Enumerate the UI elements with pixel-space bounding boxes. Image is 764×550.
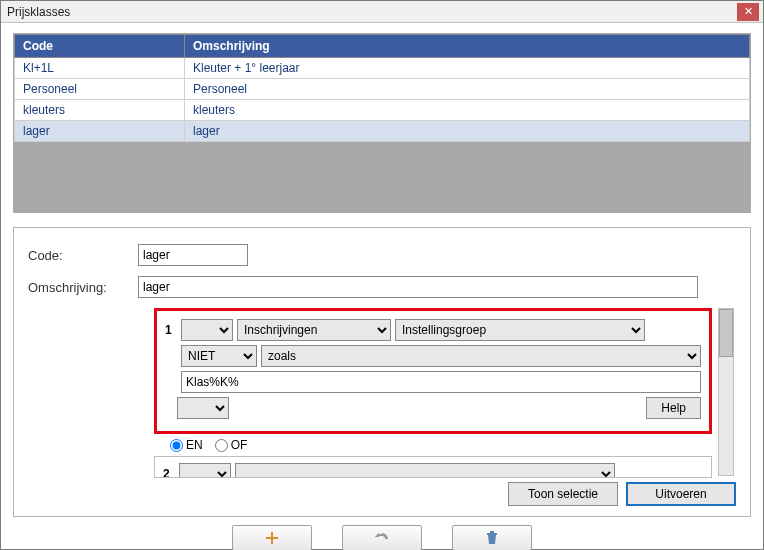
- table-empty-area: [14, 142, 750, 206]
- table-wrap: Code Omschrijving Kl+1L Kleuter + 1° lee…: [13, 33, 751, 213]
- table-row[interactable]: Personeel Personeel: [15, 79, 750, 100]
- content-area: Code Omschrijving Kl+1L Kleuter + 1° lee…: [1, 23, 763, 550]
- filter-prefix-combo[interactable]: [181, 319, 233, 341]
- filter-logic-combo[interactable]: [177, 397, 229, 419]
- code-input[interactable]: [138, 244, 248, 266]
- window: Prijsklasses ✕ Code Omschrijving Kl+1L K…: [0, 0, 764, 550]
- radio-of[interactable]: OF: [215, 438, 248, 452]
- filter-not-combo[interactable]: NIET: [181, 345, 257, 367]
- uitvoeren-button[interactable]: Uitvoeren: [626, 482, 736, 506]
- scrollbar-thumb[interactable]: [719, 309, 733, 357]
- filter-op-combo[interactable]: zoals: [261, 345, 701, 367]
- filter-scrollbar[interactable]: [718, 308, 734, 476]
- table-row-selected[interactable]: lager lager: [15, 121, 750, 142]
- filter-table-combo[interactable]: Inschrijvingen: [237, 319, 391, 341]
- table-row[interactable]: Kl+1L Kleuter + 1° leerjaar: [15, 58, 750, 79]
- desc-input[interactable]: [138, 276, 698, 298]
- close-icon[interactable]: ✕: [737, 3, 759, 21]
- action-row: Toon selectie Uitvoeren: [508, 482, 736, 506]
- logic-radio-group: EN OF: [170, 438, 712, 452]
- filter-number: 2: [163, 467, 173, 478]
- add-button[interactable]: [232, 525, 312, 550]
- price-class-table: Code Omschrijving Kl+1L Kleuter + 1° lee…: [14, 34, 750, 142]
- help-button[interactable]: Help: [646, 397, 701, 419]
- window-title: Prijsklasses: [7, 5, 70, 19]
- form-panel: Code: Omschrijving: 1 Inschrijvingen Ins…: [13, 227, 751, 517]
- filter-number: 1: [165, 323, 175, 337]
- filter-scroll-area: 1 Inschrijvingen Instellingsgroep NIET z…: [154, 308, 734, 476]
- filter-value-input[interactable]: [181, 371, 701, 393]
- undo-icon: [374, 530, 390, 546]
- plus-icon: [264, 530, 280, 546]
- delete-button[interactable]: [452, 525, 532, 550]
- undo-button[interactable]: [342, 525, 422, 550]
- titlebar: Prijsklasses ✕: [1, 1, 763, 23]
- col-header-desc[interactable]: Omschrijving: [185, 35, 750, 58]
- filter2-field-combo[interactable]: [235, 463, 615, 478]
- toon-selectie-button[interactable]: Toon selectie: [508, 482, 618, 506]
- table-row[interactable]: kleuters kleuters: [15, 100, 750, 121]
- filter-block-1: 1 Inschrijvingen Instellingsgroep NIET z…: [154, 308, 712, 434]
- filter-block-2: 2: [154, 456, 712, 478]
- filter-field-combo[interactable]: Instellingsgroep: [395, 319, 645, 341]
- toolbar: [13, 525, 751, 550]
- filter2-prefix-combo[interactable]: [179, 463, 231, 478]
- desc-label: Omschrijving:: [28, 280, 138, 295]
- code-label: Code:: [28, 248, 138, 263]
- trash-icon: [484, 530, 500, 546]
- radio-en[interactable]: EN: [170, 438, 203, 452]
- col-header-code[interactable]: Code: [15, 35, 185, 58]
